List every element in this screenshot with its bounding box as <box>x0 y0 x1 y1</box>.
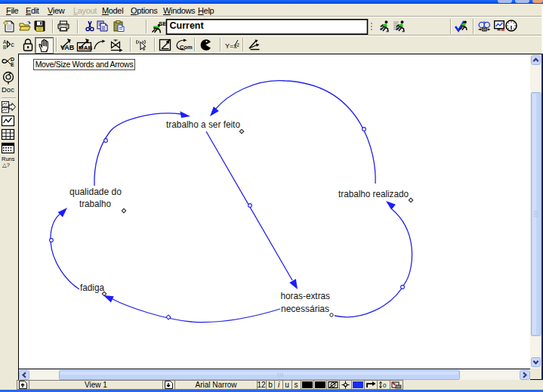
svg-text:c: c <box>11 41 15 48</box>
svg-text:12: 12 <box>257 381 266 389</box>
svg-text:trabalho realizado: trabalho realizado <box>338 188 409 199</box>
svg-text:View 1: View 1 <box>85 381 107 389</box>
svg-text:qualidade do: qualidade do <box>69 186 122 197</box>
svg-text:Doc: Doc <box>2 85 14 94</box>
svg-text:A: A <box>3 39 7 45</box>
svg-text:s: s <box>295 381 298 389</box>
svg-text:0: 0 <box>383 382 387 389</box>
svg-text:△?: △? <box>2 162 10 168</box>
svg-text:b: b <box>268 381 273 389</box>
svg-text:horas-extras: horas-extras <box>281 290 331 301</box>
svg-text:Com: Com <box>180 44 193 51</box>
svg-text:Arial Narrow: Arial Narrow <box>195 381 237 389</box>
svg-text:trabalho: trabalho <box>79 198 111 209</box>
svg-text:u: u <box>285 381 289 389</box>
svg-text:Y=x²: Y=x² <box>225 42 239 50</box>
svg-text:Current: Current <box>170 20 205 31</box>
svg-text:trabalho a ser feito: trabalho a ser feito <box>166 119 240 130</box>
svg-text:fadiga: fadiga <box>80 282 105 293</box>
svg-text:E: E <box>11 62 14 67</box>
svg-text:B: B <box>3 45 6 50</box>
svg-text:necessárias: necessárias <box>281 303 329 314</box>
svg-text:D: D <box>11 57 14 62</box>
